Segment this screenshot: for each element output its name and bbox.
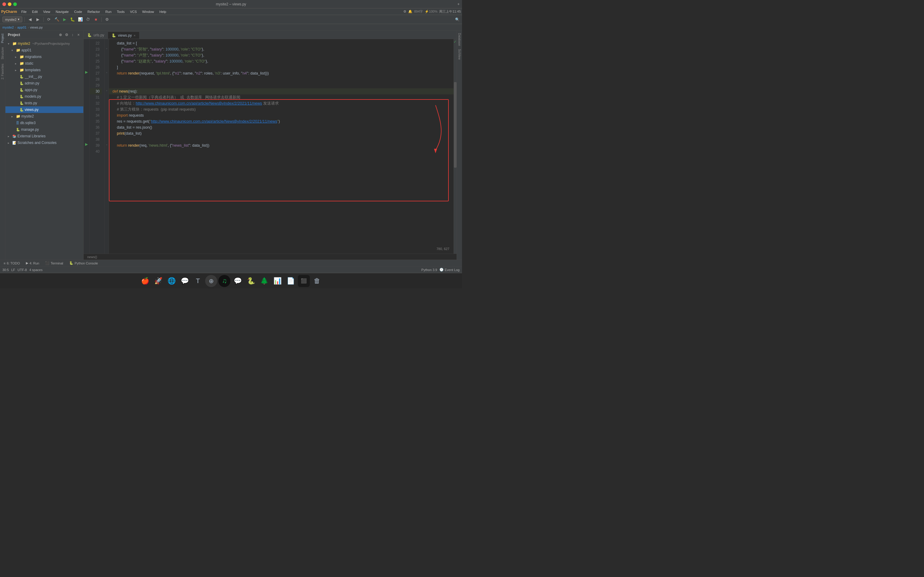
menu-refactor[interactable]: Refactor — [85, 9, 103, 14]
database-panel-label[interactable]: Database — [457, 32, 462, 47]
debug-button[interactable]: 🐛 — [69, 16, 76, 23]
menu-file[interactable]: File — [19, 9, 29, 14]
back-button[interactable]: ◀ — [27, 16, 33, 23]
structure-tab[interactable]: Structure — [0, 45, 5, 61]
python-console-tab[interactable]: 🐍 Python Console — [67, 260, 100, 266]
fold-23[interactable]: ⌄ — [105, 45, 108, 51]
build-button[interactable]: 🔨 — [53, 16, 60, 23]
fold-27[interactable]: ⌄ — [105, 69, 108, 75]
tree-item-templates[interactable]: ▸ 📁 templates — [5, 67, 83, 73]
breadcrumb-mysite2[interactable]: mysite2 — [2, 26, 14, 29]
tree-item-apps[interactable]: 🐍 apps.py — [5, 87, 83, 93]
dock-chrome[interactable]: ⊕ — [205, 275, 217, 287]
close-button[interactable] — [2, 2, 6, 6]
python-version-status[interactable]: Python 3.9 — [422, 268, 437, 272]
dock-pycharm[interactable]: 🐍 — [245, 275, 257, 287]
project-selector[interactable]: mysite2 ▾ — [2, 16, 22, 22]
tree-item-static[interactable]: ▸ 📁 static — [5, 60, 83, 67]
tree-item-migrations[interactable]: ▸ 📁 migrations — [5, 53, 83, 60]
menu-edit[interactable]: Edit — [29, 9, 40, 14]
dock-excel[interactable]: 📊 — [271, 275, 283, 287]
fold-24 — [105, 51, 108, 57]
dock-launchpad[interactable]: 🚀 — [152, 275, 164, 287]
fold-30[interactable]: ⌄ — [105, 87, 108, 93]
maximize-button[interactable] — [13, 2, 17, 6]
fold-25 — [105, 57, 108, 63]
tree-item-db[interactable]: 🗄 db.sqlite3 — [5, 119, 83, 126]
line-ending-status[interactable]: LF — [11, 268, 15, 272]
tree-item-admin[interactable]: 🐍 admin.py — [5, 80, 83, 87]
project-tab[interactable]: Project — [0, 32, 5, 45]
menu-run[interactable]: Run — [103, 9, 114, 14]
run-tab[interactable]: ▶ 4: Run — [23, 260, 42, 266]
breadcrumb-app01[interactable]: app01 — [18, 26, 27, 29]
tree-item-init[interactable]: 🐍 __init__.py — [5, 73, 83, 80]
scrollbar-thumb[interactable] — [454, 82, 457, 168]
dock-terminal[interactable]: ⬛ — [298, 275, 310, 287]
dock-finder[interactable]: 🍎 — [139, 275, 151, 287]
dock-sourcetree[interactable]: 🌲 — [258, 275, 270, 287]
menu-navigate[interactable]: Navigate — [53, 9, 71, 14]
coverage-button[interactable]: 📊 — [77, 16, 84, 23]
code-editor[interactable]: data_list = [ {"name": "郭智", "salary": 1… — [109, 39, 454, 254]
gutter-38 — [84, 135, 89, 141]
settings-button[interactable]: ⚙ — [104, 16, 110, 23]
fold-39[interactable]: ⌄ — [105, 141, 108, 147]
tree-item-manage[interactable]: 🐍 manage.py — [5, 126, 83, 133]
tree-item-mysite2-sub[interactable]: ▸ 📁 mysite2 — [5, 113, 83, 119]
tab-views[interactable]: 🐍 views.py × — [108, 32, 139, 39]
indent-status[interactable]: 4 spaces — [29, 268, 42, 272]
sidebar-collapse-icon[interactable]: ↕ — [70, 32, 75, 37]
dock-safari[interactable]: 🌐 — [165, 275, 178, 287]
gutter-32 — [84, 99, 89, 105]
favorites-tab[interactable]: 2: Favorites — [0, 62, 5, 81]
menu-vcs[interactable]: VCS — [128, 9, 139, 14]
tree-label: views.py — [25, 108, 39, 112]
scrollbar[interactable]: ✓ — [454, 39, 457, 254]
terminal-tab[interactable]: ⬛ Terminal — [43, 260, 66, 266]
menu-help[interactable]: Help — [157, 9, 169, 14]
tree-item-mysite2-root[interactable]: ▾ 📁 mysite2 ~/PycharmProjects/gx/my — [5, 40, 83, 47]
tree-item-tests[interactable]: 🐍 tests.py — [5, 100, 83, 106]
tree-label: Scratches and Consoles — [18, 141, 57, 145]
stop-button[interactable]: ■ — [93, 16, 99, 23]
sciview-panel-label[interactable]: SciView — [457, 48, 462, 61]
code-line-29 — [109, 82, 454, 89]
menu-view[interactable]: View — [40, 9, 53, 14]
tab-urls[interactable]: 🐍 urls.py — [84, 32, 108, 39]
dock-word[interactable]: 📄 — [284, 275, 297, 287]
encoding-status[interactable]: UTF-8 — [18, 268, 27, 272]
sidebar-close-icon[interactable]: × — [76, 32, 81, 37]
menu-tools[interactable]: Tools — [115, 9, 127, 14]
ln-37: 37 — [90, 131, 102, 137]
search-button[interactable]: 🔍 — [455, 18, 460, 22]
fold-22 — [105, 39, 108, 45]
tree-item-external-libs[interactable]: ▸ 📚 External Libraries — [5, 133, 83, 139]
minimize-button[interactable] — [8, 2, 11, 6]
run-button[interactable]: ▶ — [61, 16, 68, 23]
tree-item-scratches[interactable]: ▸ 📝 Scratches and Consoles — [5, 139, 83, 146]
event-log-status[interactable]: 🕐 Event Log — [439, 268, 460, 272]
dock-fontbook[interactable]: T — [192, 275, 204, 287]
folder-icon: 📁 — [16, 114, 21, 118]
tab-close-icon[interactable]: × — [134, 34, 135, 37]
tree-label: app01 — [21, 48, 31, 52]
profile-button[interactable]: ⏱ — [85, 16, 91, 23]
tree-item-app01[interactable]: ▾ 📁 app01 — [5, 47, 83, 53]
dock-messages[interactable]: 💬 — [179, 275, 191, 287]
tree-item-models[interactable]: 🐍 models.py — [5, 93, 83, 100]
todo-tab[interactable]: ≡ 6: TODO — [1, 260, 22, 266]
menu-window[interactable]: Window — [140, 9, 157, 14]
fold-29 — [105, 81, 108, 87]
editor-tabs: 🐍 urls.py 🐍 views.py × — [84, 31, 457, 39]
forward-button[interactable]: ▶ — [35, 16, 41, 23]
sync-button[interactable]: ⟳ — [46, 16, 52, 23]
ln-39: 39 — [90, 142, 102, 148]
tree-item-views[interactable]: 🐍 views.py — [5, 106, 83, 113]
sidebar-settings-icon[interactable]: ⚙ — [64, 32, 69, 37]
dock-trash[interactable]: 🗑 — [311, 275, 323, 287]
dock-spotify[interactable]: ♫ — [218, 275, 230, 287]
sidebar-scope-icon[interactable]: ⊕ — [58, 32, 63, 37]
menu-code[interactable]: Code — [71, 9, 84, 14]
dock-wechat[interactable]: 💬 — [232, 275, 244, 287]
